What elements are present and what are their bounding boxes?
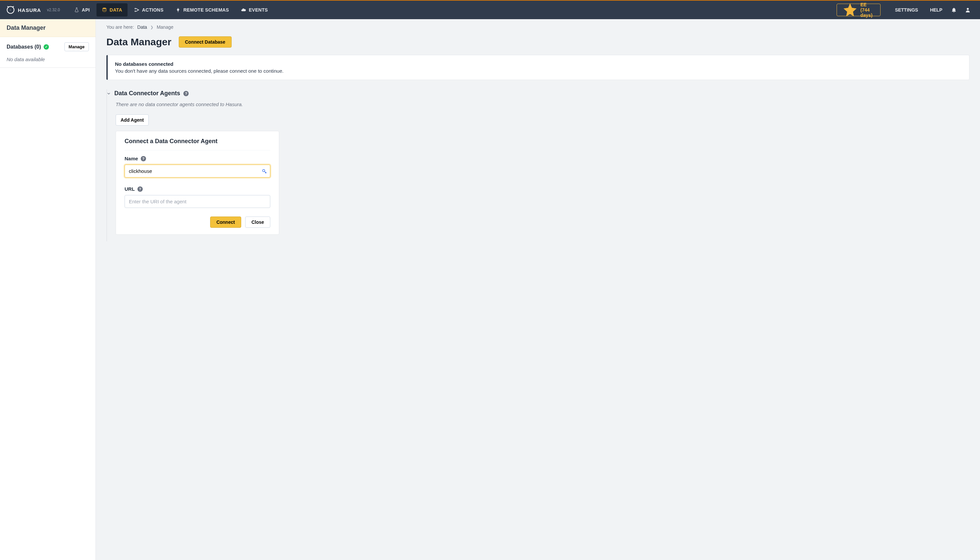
star-icon <box>842 2 858 18</box>
page-title: Data Manager <box>106 37 171 48</box>
no-databases-banner: No databases connected You don't have an… <box>106 55 969 80</box>
top-navbar: HASURA v2.32.0 API DATA ACTIONS REMOTE S… <box>0 0 980 19</box>
connect-agent-card: Connect a Data Connector Agent Name ? <box>116 131 279 235</box>
section-header[interactable]: Data Connector Agents ? <box>106 89 969 102</box>
banner-text: You don't have any data sources connecte… <box>115 68 962 74</box>
main-content: You are here: Data ❯ Manage Data Manager… <box>96 19 980 560</box>
nav-tab-label: REMOTE SCHEMAS <box>183 7 229 13</box>
check-circle-icon: ✓ <box>43 44 49 50</box>
brand-name: HASURA <box>18 7 41 13</box>
help-circle-icon[interactable]: ? <box>141 156 146 161</box>
connect-button[interactable]: Connect <box>210 217 241 228</box>
nav-settings-label: SETTINGS <box>895 7 918 13</box>
help-circle-icon[interactable]: ? <box>183 91 189 96</box>
key-lock-icon <box>262 168 267 174</box>
help-circle-icon[interactable]: ? <box>138 187 143 192</box>
card-title: Connect a Data Connector Agent <box>125 138 270 150</box>
ee-label: EE (744 days) <box>860 2 875 18</box>
nav-tab-remote-schemas[interactable]: REMOTE SCHEMAS <box>170 3 234 17</box>
chevron-right-icon: ❯ <box>150 25 153 29</box>
brand-version: v2.32.0 <box>47 8 60 12</box>
nav-notifications[interactable] <box>948 7 960 13</box>
plug-icon <box>176 7 181 13</box>
svg-point-3 <box>135 11 136 12</box>
nav-tabs: API DATA ACTIONS REMOTE SCHEMAS EVENTS <box>69 3 273 17</box>
sidebar-title: Data Manager <box>0 19 95 37</box>
banner-title: No databases connected <box>115 61 962 67</box>
bell-icon <box>951 7 957 13</box>
name-label: Name <box>125 156 138 161</box>
database-icon <box>102 7 107 13</box>
svg-point-1 <box>103 8 106 9</box>
nav-settings[interactable]: SETTINGS <box>889 7 922 13</box>
url-label: URL <box>125 186 135 192</box>
nav-tab-actions[interactable]: ACTIONS <box>129 3 169 17</box>
nav-user[interactable] <box>962 7 974 13</box>
nav-tab-events[interactable]: EVENTS <box>236 3 273 17</box>
agent-url-input[interactable] <box>125 195 270 208</box>
data-connector-agents-section: Data Connector Agents ? There are no dat… <box>106 89 969 241</box>
nav-tab-api[interactable]: API <box>69 3 95 17</box>
breadcrumb-prefix: You are here: <box>106 25 134 30</box>
sidebar-divider <box>0 67 95 68</box>
nav-tab-label: ACTIONS <box>142 7 164 13</box>
sidebar-empty-text: No data available <box>0 57 95 67</box>
connect-database-button[interactable]: Connect Database <box>179 37 232 48</box>
add-agent-button[interactable]: Add Agent <box>116 114 149 126</box>
nav-tab-data[interactable]: DATA <box>96 3 128 17</box>
nav-tab-label: EVENTS <box>249 7 268 13</box>
sidebar-db-heading: Databases (0) <box>7 44 41 50</box>
close-button[interactable]: Close <box>245 217 270 228</box>
flask-icon <box>74 7 79 13</box>
agent-name-input[interactable] <box>125 165 270 178</box>
nav-tab-label: API <box>82 7 90 13</box>
user-icon <box>965 7 971 13</box>
sidebar: Data Manager Databases (0) ✓ Manage No d… <box>0 19 96 560</box>
sidebar-databases-row: Databases (0) ✓ Manage <box>0 37 95 57</box>
cloud-icon <box>241 7 246 13</box>
breadcrumb: You are here: Data ❯ Manage <box>106 25 969 30</box>
nav-tab-label: DATA <box>110 7 122 13</box>
hasura-icon <box>6 5 15 15</box>
ee-badge[interactable]: EE (744 days) <box>837 3 880 16</box>
actions-icon <box>134 7 140 13</box>
breadcrumb-link-data[interactable]: Data <box>138 25 147 30</box>
agents-empty-text: There are no data connector agents conne… <box>116 102 969 107</box>
svg-point-7 <box>967 8 969 10</box>
svg-point-2 <box>135 8 136 9</box>
nav-help-label: HELP <box>930 7 942 13</box>
breadcrumb-current: Manage <box>157 25 173 30</box>
section-title: Data Connector Agents <box>114 90 180 97</box>
chevron-down-icon <box>106 91 111 96</box>
sidebar-manage-button[interactable]: Manage <box>65 42 89 51</box>
nav-help[interactable]: ? HELP <box>924 7 946 13</box>
brand-logo[interactable]: HASURA <box>6 5 41 15</box>
svg-point-8 <box>262 169 265 172</box>
